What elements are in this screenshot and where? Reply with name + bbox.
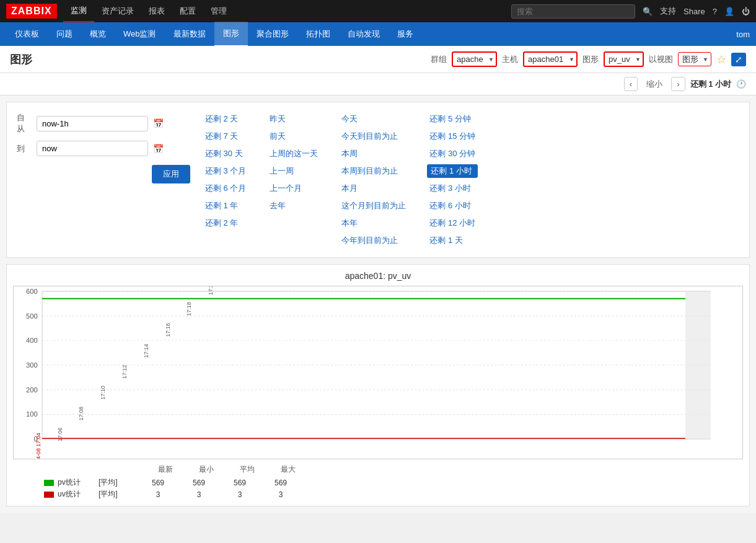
legend-header-max: 最大: [270, 464, 307, 475]
chart-svg: 600 500 400 300 200 100 0: [14, 286, 742, 459]
quick-this-week-sofar[interactable]: 本周到目前为止: [339, 164, 408, 178]
quick-today-sofar[interactable]: 今天到目前为止: [339, 130, 408, 143]
svg-text:17:16: 17:16: [164, 323, 170, 337]
uv-avg-label: [平均]: [99, 489, 136, 500]
subnav-dashboard[interactable]: 仪表板: [6, 22, 48, 46]
nav-admin[interactable]: 管理: [203, 1, 234, 22]
clock-icon[interactable]: 🕐: [736, 79, 746, 89]
expand-button[interactable]: ⤢: [731, 53, 746, 66]
quick-last-year[interactable]: 去年: [267, 199, 320, 213]
quick-today[interactable]: 今天: [339, 112, 408, 126]
quick-last-week[interactable]: 上一周: [267, 164, 320, 178]
nav-assets[interactable]: 资产记录: [94, 1, 141, 22]
pv-name: pv统计: [58, 477, 95, 488]
subnav-problems[interactable]: 问题: [48, 22, 81, 46]
legend-header-avg: 平均: [229, 464, 266, 475]
quick-5min[interactable]: 还剩 5 分钟: [427, 112, 478, 126]
nav-monitor[interactable]: 监测: [63, 0, 94, 22]
current-period: 还剩 1 小时: [690, 79, 731, 90]
legend-row-pv: pv统计 [平均] 569 569 569 569: [44, 477, 743, 488]
to-calendar-icon[interactable]: 📅: [153, 144, 164, 154]
to-input[interactable]: [37, 141, 148, 156]
nav-config[interactable]: 配置: [172, 1, 203, 22]
quick-this-year-sofar[interactable]: 今年到目前为止: [339, 234, 408, 247]
from-label: 自从: [17, 112, 32, 135]
zoom-out-button[interactable]: 缩小: [643, 77, 666, 91]
from-input[interactable]: [37, 116, 148, 131]
pv-latest: 569: [139, 479, 177, 487]
prev-button[interactable]: ‹: [624, 77, 638, 91]
uv-latest: 3: [139, 490, 177, 499]
legend-row-uv: uv统计 [平均] 3 3 3 3: [44, 489, 743, 500]
quick-15min[interactable]: 还剩 15 分钟: [427, 130, 478, 143]
user-icon[interactable]: 👤: [724, 7, 734, 16]
time-panel: 自从 📅 到 📅 应用 还剩 2 天 还剩 7 天 还剩 30 天 还剩 3 个…: [6, 102, 750, 258]
support-link[interactable]: 支持: [660, 6, 676, 17]
pv-max: 569: [262, 479, 299, 487]
subnav-graphs[interactable]: 图形: [214, 22, 248, 47]
subnav-web[interactable]: Web监测: [115, 22, 165, 46]
quick-6months[interactable]: 还剩 6 个月: [203, 182, 248, 195]
quick-30min[interactable]: 还剩 30 分钟: [427, 147, 478, 161]
svg-text:100: 100: [26, 411, 38, 418]
chart-container: apache01: pv_uv 600 500 400 300 200 100 …: [6, 264, 750, 506]
subnav-overview[interactable]: 概览: [81, 22, 115, 46]
quick-this-month-sofar[interactable]: 这个月到目前为止: [339, 199, 408, 213]
subnav-screens[interactable]: 聚合图形: [248, 22, 297, 46]
group-select-wrapper: apache: [452, 51, 497, 67]
view-select-wrapper: 图形: [678, 52, 711, 66]
quick-7days[interactable]: 还剩 7 天: [203, 130, 248, 143]
page-header: 图形 群组 apache 主机 apache01 图形 pv_uv 以视图 图形…: [0, 46, 756, 73]
legend-header-min: 最小: [188, 464, 225, 475]
graph-select[interactable]: pv_uv: [604, 51, 644, 67]
page-title: 图形: [10, 52, 32, 67]
to-label: 到: [17, 143, 32, 154]
group-select[interactable]: apache: [452, 51, 497, 67]
quick-this-month[interactable]: 本月: [339, 182, 408, 195]
host-select[interactable]: apache01: [523, 51, 578, 67]
search-icon[interactable]: 🔍: [643, 7, 653, 16]
from-calendar-icon[interactable]: 📅: [153, 118, 164, 128]
subnav-discovery[interactable]: 自动发现: [339, 22, 389, 46]
svg-rect-16: [685, 291, 711, 439]
quick-6hours[interactable]: 还剩 6 小时: [427, 199, 478, 213]
quick-3months[interactable]: 还剩 3 个月: [203, 164, 248, 178]
chart-area: 600 500 400 300 200 100 0: [13, 286, 743, 459]
apply-button[interactable]: 应用: [152, 165, 190, 183]
quick-this-year[interactable]: 本年: [339, 216, 408, 230]
quick-1hour[interactable]: 还剩 1 小时: [427, 164, 478, 178]
next-button[interactable]: ›: [671, 77, 685, 91]
subnav-latest[interactable]: 最新数据: [165, 22, 214, 46]
share-link[interactable]: Share: [683, 7, 705, 16]
svg-text:600: 600: [26, 288, 38, 295]
chart-title: apache01: pv_uv: [13, 271, 743, 281]
quick-daybeforeyesterday[interactable]: 前天: [267, 130, 320, 143]
quick-this-week[interactable]: 本周: [339, 147, 408, 161]
subnav-topology[interactable]: 拓扑图: [297, 22, 339, 46]
quick-1day[interactable]: 还剩 1 天: [427, 234, 478, 247]
quick-thisday-lastweek[interactable]: 上周的这一天: [267, 147, 320, 161]
quick-12hours[interactable]: 还剩 12 小时: [427, 216, 478, 230]
quick-30days[interactable]: 还剩 30 天: [203, 147, 248, 161]
svg-text:17:08: 17:08: [78, 407, 84, 420]
quick-1year[interactable]: 还剩 1 年: [203, 199, 248, 213]
logo: ZABBIX: [6, 4, 57, 19]
pv-min: 569: [180, 479, 218, 487]
help-icon[interactable]: ?: [713, 7, 717, 16]
power-icon[interactable]: ⏻: [742, 7, 750, 16]
uv-color-swatch: [44, 492, 54, 498]
host-select-wrapper: apache01: [523, 51, 578, 67]
legend-header-latest: 最新: [147, 464, 184, 475]
quick-2years[interactable]: 还剩 2 年: [203, 216, 248, 230]
search-input[interactable]: [511, 4, 635, 19]
time-form: 自从 📅 到 📅 应用: [17, 112, 190, 247]
uv-avg: 3: [221, 490, 258, 499]
quick-3hours[interactable]: 还剩 3 小时: [427, 182, 478, 195]
subnav-services[interactable]: 服务: [389, 22, 422, 46]
nav-reports[interactable]: 报表: [141, 1, 172, 22]
quick-2days[interactable]: 还剩 2 天: [203, 112, 248, 126]
view-select[interactable]: 图形: [678, 52, 711, 66]
quick-yesterday[interactable]: 昨天: [267, 112, 320, 126]
quick-last-month[interactable]: 上一个月: [267, 182, 320, 195]
favorite-button[interactable]: ☆: [716, 53, 726, 66]
